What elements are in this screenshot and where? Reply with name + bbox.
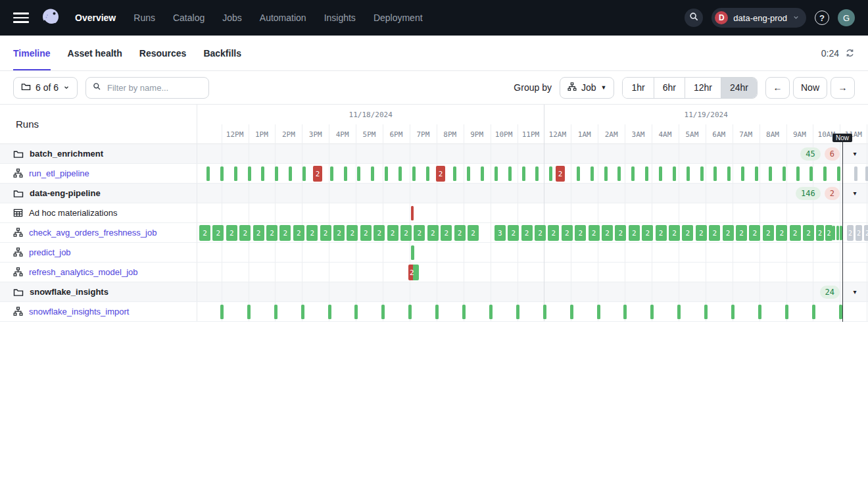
queued-run-marker[interactable] xyxy=(854,166,857,181)
failed-run-marker[interactable]: 2 xyxy=(436,166,445,182)
run-tick[interactable] xyxy=(220,166,224,181)
run-group-marker[interactable]: 2 xyxy=(199,225,210,241)
run-tick[interactable] xyxy=(535,166,539,181)
run-group-marker[interactable]: 2 xyxy=(266,225,277,241)
run-tick[interactable] xyxy=(823,166,827,181)
run-tick[interactable] xyxy=(713,166,717,181)
queued-run-marker[interactable]: 2 xyxy=(856,225,862,241)
failed-run-marker[interactable] xyxy=(411,206,414,220)
run-tick[interactable] xyxy=(412,166,416,181)
run-tick[interactable] xyxy=(248,166,251,181)
range-6hr-button[interactable]: 6hr xyxy=(654,78,685,98)
nav-item-catalog[interactable]: Catalog xyxy=(173,13,205,23)
run-group-marker[interactable]: 2 xyxy=(736,225,747,241)
run-group-marker[interactable]: 2 xyxy=(642,225,653,241)
run-tick[interactable] xyxy=(220,305,224,319)
run-tick[interactable] xyxy=(453,166,456,181)
nav-item-automation[interactable]: Automation xyxy=(260,13,306,23)
run-tick[interactable] xyxy=(832,226,835,240)
run-group-marker[interactable]: 2 xyxy=(749,225,760,241)
run-group-marker[interactable]: 2 xyxy=(374,225,385,241)
run-group-marker[interactable]: 2 xyxy=(548,225,559,241)
refresh-icon[interactable] xyxy=(845,48,855,58)
nav-item-insights[interactable]: Insights xyxy=(324,13,356,23)
run-group-marker[interactable]: 2 xyxy=(508,225,519,241)
run-group-marker[interactable]: 2 xyxy=(575,225,586,241)
nav-item-overview[interactable]: Overview xyxy=(75,13,116,23)
queued-run-marker[interactable]: 2 xyxy=(847,225,854,241)
run-tick[interactable] xyxy=(650,305,654,319)
dagster-logo[interactable] xyxy=(39,7,62,29)
run-tick[interactable] xyxy=(371,166,374,181)
workspace-selector[interactable]: D data-eng-prod xyxy=(711,8,806,28)
run-group-marker[interactable]: 2 xyxy=(212,225,224,241)
run-tick[interactable] xyxy=(604,166,608,181)
run-group-marker[interactable]: 2 xyxy=(776,225,787,241)
caret-down-icon[interactable]: ▾ xyxy=(851,150,859,157)
run-group-marker[interactable]: 2 xyxy=(602,225,613,241)
run-tick[interactable] xyxy=(289,166,292,181)
run-group-marker[interactable]: 2 xyxy=(562,225,573,241)
run-tick[interactable] xyxy=(704,305,708,319)
help-icon[interactable]: ? xyxy=(815,11,829,25)
run-tick[interactable] xyxy=(836,226,839,240)
run-group-marker[interactable]: 2 xyxy=(360,225,372,241)
run-tick[interactable] xyxy=(796,166,800,181)
run-tick[interactable] xyxy=(435,305,439,319)
run-group-marker[interactable]: 2 xyxy=(400,225,412,241)
run-tick[interactable] xyxy=(543,305,546,319)
run-group-marker[interactable]: 2 xyxy=(589,225,600,241)
run-group-marker[interactable]: 2 xyxy=(279,225,291,241)
run-group-marker[interactable]: 2 xyxy=(387,225,398,241)
nav-item-runs[interactable]: Runs xyxy=(133,13,155,23)
job-link[interactable]: check_avg_orders_freshness_job xyxy=(29,228,157,238)
job-link[interactable]: run_etl_pipeline xyxy=(29,168,89,178)
run-group-marker[interactable]: 2 xyxy=(239,225,251,241)
run-tick[interactable] xyxy=(731,305,735,319)
mixed-run-marker[interactable]: 2 xyxy=(408,265,419,280)
run-tick[interactable] xyxy=(809,166,813,181)
tab-timeline[interactable]: Timeline xyxy=(13,36,51,70)
caret-down-icon[interactable]: ▾ xyxy=(851,190,859,197)
run-group-marker[interactable]: 2 xyxy=(825,225,832,241)
run-tick[interactable] xyxy=(274,305,277,319)
group-by-dropdown[interactable]: Job ▼ xyxy=(560,77,615,99)
run-tick[interactable] xyxy=(570,305,573,319)
run-tick[interactable] xyxy=(301,305,304,319)
run-group-marker[interactable]: 2 xyxy=(723,225,734,241)
run-group-marker[interactable]: 2 xyxy=(414,225,425,241)
run-tick[interactable] xyxy=(494,166,498,181)
run-group-marker[interactable]: 2 xyxy=(427,225,439,241)
run-tick[interactable] xyxy=(426,166,429,181)
run-tick[interactable] xyxy=(645,166,648,181)
job-link[interactable]: refresh_analytics_model_job xyxy=(29,267,137,277)
nav-item-jobs[interactable]: Jobs xyxy=(222,13,242,23)
run-group-marker[interactable]: 3 xyxy=(494,225,506,241)
run-tick[interactable] xyxy=(577,166,580,181)
run-tick[interactable] xyxy=(837,166,840,181)
run-tick[interactable] xyxy=(758,305,761,319)
run-tick[interactable] xyxy=(755,166,758,181)
run-tick[interactable] xyxy=(398,166,402,181)
run-group-marker[interactable]: 2 xyxy=(629,225,640,241)
run-tick[interactable] xyxy=(330,166,333,181)
run-tick[interactable] xyxy=(516,305,519,319)
run-tick[interactable] xyxy=(206,166,210,181)
run-group-marker[interactable]: 2 xyxy=(226,225,237,241)
run-tick[interactable] xyxy=(385,166,388,181)
run-tick[interactable] xyxy=(785,305,788,319)
run-tick[interactable] xyxy=(261,166,264,181)
tab-resources[interactable]: Resources xyxy=(139,36,187,70)
run-tick[interactable] xyxy=(549,166,552,181)
run-group-marker[interactable]: 2 xyxy=(803,225,814,241)
repo-filter-button[interactable]: 6 of 6 xyxy=(13,77,78,99)
run-tick[interactable] xyxy=(275,166,278,181)
range-12hr-button[interactable]: 12hr xyxy=(685,78,721,98)
run-tick[interactable] xyxy=(489,305,493,319)
run-tick[interactable] xyxy=(677,305,681,319)
run-tick[interactable] xyxy=(741,166,744,181)
run-tick[interactable] xyxy=(357,166,360,181)
run-tick[interactable] xyxy=(783,166,786,181)
caret-down-icon[interactable]: ▾ xyxy=(851,288,859,295)
queued-run-marker[interactable]: 2 xyxy=(864,225,868,241)
